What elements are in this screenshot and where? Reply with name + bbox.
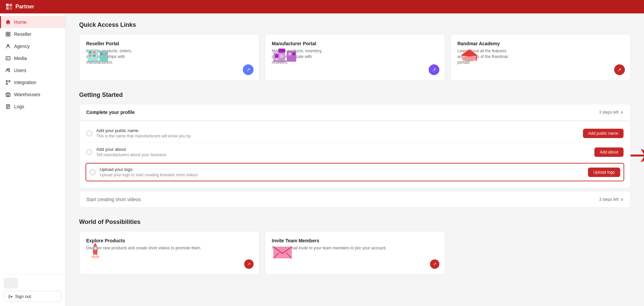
svg-rect-33 [280,54,283,58]
sidebar-item-media[interactable]: Media [0,52,65,64]
svg-rect-36 [275,59,278,60]
chevron-up-icon [621,110,624,115]
sidebar-item-logs-label: Logs [14,104,24,109]
quick-card-reseller: Reseller Portal Manage products, orders,… [79,34,259,81]
sidebar-item-warehouses-label: Warehouses [14,92,40,97]
svg-point-42 [475,59,477,61]
explore-arrow-icon: ↗ [247,262,251,266]
start-creating-steps: 3 steps left [599,197,624,202]
reseller-icon [5,32,11,37]
invite-desc: Send an email invite to your team member… [272,245,438,251]
sidebar-nav: Home Reseller Agency [0,13,65,274]
svg-marker-40 [461,49,478,57]
getting-started-title: Getting Started [79,91,631,99]
quick-access-section: Quick Access Links Reseller Portal Manag… [79,21,631,81]
manufacturer-illustration [272,46,299,66]
svg-rect-5 [8,32,10,34]
profile-item-upload-logo: Upload your logo Upload your logo to sta… [86,163,624,181]
svg-point-44 [91,256,99,258]
quick-access-title: Quick Access Links [79,21,631,28]
sidebar-item-users-label: Users [14,68,26,73]
start-creating-card: Start creating short videos 3 steps left [79,191,631,208]
svg-rect-2 [6,7,9,10]
svg-rect-3 [9,7,12,10]
svg-point-11 [9,69,10,70]
quick-card-academy: Randmar Academy Learn about all the feat… [450,34,631,81]
public-name-radio[interactable] [86,130,92,136]
signout-icon [8,294,13,299]
svg-rect-1 [9,4,12,6]
complete-profile-title: Complete your profile [86,110,135,115]
svg-rect-27 [100,53,103,55]
quick-card-manufacturer: Manufacturer Portal Manage products, inv… [265,34,445,81]
svg-point-13 [9,80,10,82]
chevron-down-icon [621,197,624,202]
academy-button[interactable]: ↗ [614,64,625,75]
svg-point-39 [462,56,477,61]
quick-card-reseller-title: Reseller Portal [86,41,252,46]
users-icon [5,68,11,73]
add-about-button[interactable]: Add about [594,147,624,157]
quick-card-manufacturer-title: Manufacturer Portal [272,41,438,46]
start-creating-title: Start creating short videos [86,197,141,202]
reseller-illustration [86,46,110,66]
academy-illustration [458,46,481,66]
sidebar-item-logs[interactable]: Logs [0,101,65,113]
app-name: Partner [15,4,34,10]
complete-profile-header-card: Complete your profile 3 steps left [79,104,631,121]
quick-card-academy-title: Randmar Academy [458,41,624,46]
topbar-logo[interactable]: Partner [5,3,34,10]
svg-rect-24 [93,51,96,54]
complete-profile-steps: 3 steps left [599,110,624,115]
svg-rect-28 [105,53,107,55]
sidebar-item-home[interactable]: Home [0,16,65,28]
logo-icon [5,3,13,10]
svg-rect-35 [292,53,295,55]
reseller-arrow-icon: ↗ [246,67,250,72]
home-icon [5,19,11,25]
sidebar-item-media-label: Media [14,56,27,61]
svg-rect-26 [93,55,96,57]
sidebar-item-agency[interactable]: Agency [0,40,65,52]
world-section: World of Possibilities Explore Products … [79,219,631,274]
upload-logo-text: Upload your logo Upload your logo to sta… [100,167,588,177]
signout-label: Sign out [15,294,31,299]
invite-button[interactable]: ↗ [430,259,439,269]
public-name-text: Add your public name This is the name th… [96,128,583,138]
about-radio[interactable] [86,149,92,155]
explore-button[interactable]: ↗ [244,259,254,269]
invite-arrow-icon: ↗ [433,262,436,266]
manufacturer-portal-button[interactable]: ↗ [429,64,439,75]
svg-rect-25 [89,55,92,57]
sidebar-item-reseller[interactable]: Reseller [0,28,65,40]
getting-started-section: Getting Started Complete your profile 3 … [79,91,631,208]
sidebar-bottom: Sign out [0,274,65,306]
upload-logo-sublabel: Upload your logo to start creating brand… [100,173,588,177]
reseller-portal-button[interactable]: ↗ [243,64,254,75]
svg-rect-37 [273,61,296,62]
upload-logo-button[interactable]: Upload logo [588,168,620,177]
svg-point-8 [7,45,9,46]
svg-point-14 [6,83,7,84]
svg-marker-43 [631,149,644,162]
sidebar-item-integration[interactable]: Integration [0,76,65,88]
sidebar-item-home-label: Home [14,19,26,25]
svg-rect-38 [278,49,285,53]
svg-rect-7 [8,35,10,36]
sidebar-item-users[interactable]: Users [0,64,65,76]
svg-point-12 [6,80,7,82]
main-content: Quick Access Links Reseller Portal Manag… [66,13,644,306]
public-name-label: Add your public name [96,128,583,133]
sidebar-item-warehouses[interactable]: Warehouses [0,88,65,101]
svg-rect-4 [6,32,8,34]
explore-illustration [86,241,105,261]
signout-button[interactable]: Sign out [4,291,61,302]
upload-logo-radio[interactable] [90,169,96,175]
svg-rect-31 [287,51,296,61]
add-public-name-button[interactable]: Add public name [583,129,624,138]
profile-items-container: Add your public name This is the name th… [79,121,631,188]
svg-rect-6 [6,35,8,36]
explore-title: Explore Products [86,238,252,243]
svg-rect-0 [6,4,9,6]
integration-icon [5,80,11,85]
